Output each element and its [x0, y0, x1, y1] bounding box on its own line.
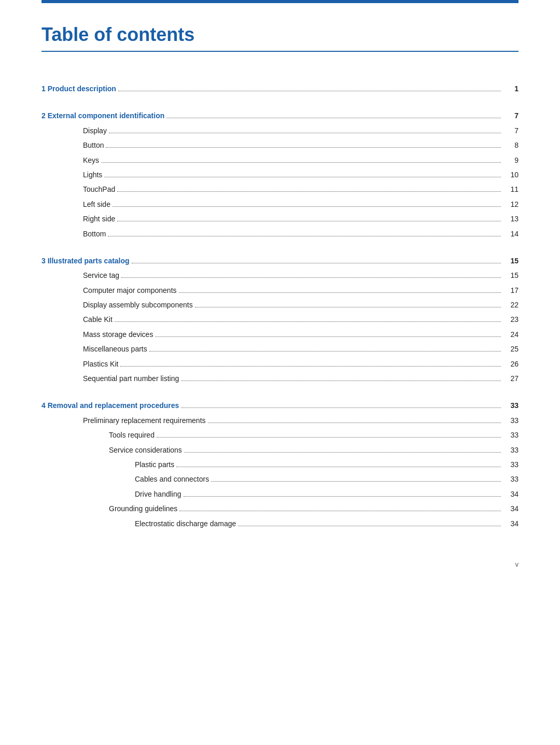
- toc-page-ch2-5: 11: [503, 184, 519, 195]
- toc-page-ch3-5: 24: [503, 329, 519, 340]
- toc-dots-ch3-2: [179, 292, 501, 293]
- toc-label-ch4-1: Preliminary replacement requirements: [83, 415, 206, 426]
- toc-label-ch1: 1 Product description: [41, 83, 116, 94]
- toc-dots-ch4-1-2: [184, 452, 501, 453]
- toc-page-ch2: 7: [503, 110, 519, 121]
- page-title: Table of contents: [41, 24, 519, 52]
- page-container: Table of contents 1 Product description …: [41, 3, 519, 579]
- toc-dots-ch2-1: [109, 133, 501, 133]
- toc-page-ch4-1-3-1: 34: [503, 518, 519, 529]
- toc-entry-ch4-1-2: Service considerations 33: [41, 444, 519, 456]
- toc-dots-ch3-1: [121, 277, 501, 278]
- toc-label-ch3-3: Display assembly subcomponents: [83, 299, 193, 311]
- toc-dots-ch2-7: [117, 221, 501, 221]
- toc-entry-ch3-7: Plastics Kit 26: [41, 358, 519, 370]
- toc-label-ch2-7: Right side: [83, 213, 115, 224]
- toc-dots-ch3-6: [149, 351, 501, 352]
- toc-entry-ch2-5: TouchPad 11: [41, 184, 519, 195]
- toc-label-ch3-1: Service tag: [83, 270, 119, 281]
- toc-label-ch3-4: Cable Kit: [83, 314, 113, 325]
- toc-label-ch4-1-2-3: Drive handling: [135, 488, 181, 500]
- toc-label-ch2-4: Lights: [83, 169, 102, 180]
- toc-label-ch3: 3 Illustrated parts catalog: [41, 255, 130, 266]
- toc-section-ch2: 2 External component identification 7 Di…: [41, 110, 519, 240]
- toc-label-ch2-2: Button: [83, 139, 104, 151]
- toc-entry-ch4-1: Preliminary replacement requirements 33: [41, 415, 519, 426]
- toc-label-ch2-6: Left side: [83, 199, 110, 210]
- toc-section-ch1: 1 Product description 1: [41, 83, 519, 94]
- toc-label-ch4-1-3-1: Electrostatic discharge damage: [135, 518, 236, 529]
- toc-section-ch4: 4 Removal and replacement procedures 33 …: [41, 400, 519, 529]
- toc-page-ch4-1-2-3: 34: [503, 488, 519, 500]
- toc-label-ch2-8: Bottom: [83, 228, 106, 240]
- toc-dots-ch3-4: [115, 321, 501, 322]
- toc-entry-ch4-1-3: Grounding guidelines 34: [41, 503, 519, 514]
- toc-content: 1 Product description 1 2 External compo…: [41, 83, 519, 529]
- toc-page-ch3-3: 22: [503, 299, 519, 311]
- toc-page-ch3-1: 15: [503, 270, 519, 281]
- toc-page-ch4-1: 33: [503, 415, 519, 426]
- toc-dots-ch2-5: [117, 191, 501, 192]
- toc-entry-ch1: 1 Product description 1: [41, 83, 519, 94]
- toc-entry-ch2: 2 External component identification 7: [41, 110, 519, 121]
- toc-dots-ch3-7: [120, 366, 501, 367]
- toc-dots-ch2-3: [101, 162, 501, 163]
- toc-label-ch3-6: Miscellaneous parts: [83, 343, 147, 355]
- toc-page-ch2-6: 12: [503, 199, 519, 210]
- toc-page-ch3: 15: [503, 255, 519, 266]
- toc-entry-ch3: 3 Illustrated parts catalog 15: [41, 255, 519, 266]
- toc-entry-ch3-1: Service tag 15: [41, 270, 519, 281]
- toc-section-ch3: 3 Illustrated parts catalog 15 Service t…: [41, 255, 519, 385]
- toc-entry-ch2-3: Keys 9: [41, 154, 519, 166]
- toc-page-ch2-3: 9: [503, 154, 519, 166]
- toc-label-ch4-1-1: Tools required: [109, 429, 155, 441]
- toc-label-ch2: 2 External component identification: [41, 110, 164, 121]
- toc-page-ch3-8: 27: [503, 373, 519, 384]
- toc-dots-ch4: [181, 407, 501, 408]
- toc-entry-ch4-1-1: Tools required 33: [41, 429, 519, 441]
- toc-label-ch4: 4 Removal and replacement procedures: [41, 400, 179, 411]
- toc-entry-ch3-8: Sequential part number listing 27: [41, 373, 519, 384]
- toc-label-ch3-7: Plastics Kit: [83, 358, 118, 370]
- toc-page-ch2-2: 8: [503, 139, 519, 151]
- toc-entry-ch3-4: Cable Kit 23: [41, 314, 519, 325]
- toc-page-ch2-1: 7: [503, 125, 519, 136]
- toc-label-ch2-5: TouchPad: [83, 184, 115, 195]
- toc-page-ch3-7: 26: [503, 358, 519, 370]
- toc-dots-ch2-6: [113, 206, 501, 207]
- toc-label-ch3-2: Computer major components: [83, 285, 177, 296]
- toc-entry-ch4-1-2-2: Cables and connectors 33: [41, 473, 519, 485]
- toc-page-ch3-2: 17: [503, 285, 519, 296]
- toc-dots-ch2-4: [104, 177, 501, 177]
- toc-dots-ch3-3: [195, 307, 501, 307]
- toc-entry-ch4-1-3-1: Electrostatic discharge damage 34: [41, 518, 519, 529]
- toc-dots-ch4-1-2-2: [211, 481, 501, 482]
- toc-label-ch4-1-2-2: Cables and connectors: [135, 473, 209, 485]
- toc-dots-ch2: [166, 118, 501, 118]
- toc-entry-ch4-1-2-3: Drive handling 34: [41, 488, 519, 500]
- toc-page-ch2-7: 13: [503, 213, 519, 224]
- toc-entry-ch3-5: Mass storage devices 24: [41, 329, 519, 340]
- toc-dots-ch4-1-3-1: [238, 526, 501, 526]
- toc-entry-ch2-7: Right side 13: [41, 213, 519, 224]
- toc-page-ch4-1-2-1: 33: [503, 459, 519, 470]
- toc-dots-ch2-2: [106, 147, 501, 148]
- toc-label-ch4-1-3: Grounding guidelines: [109, 503, 177, 514]
- toc-dots-ch4-1-2-3: [184, 496, 501, 497]
- toc-page-ch3-6: 25: [503, 343, 519, 355]
- toc-page-ch2-8: 14: [503, 228, 519, 240]
- toc-dots-ch3-5: [155, 336, 501, 337]
- toc-page-ch1: 1: [503, 83, 519, 94]
- toc-page-ch4-1-2-2: 33: [503, 473, 519, 485]
- toc-dots-ch3-8: [181, 381, 501, 381]
- toc-page-ch4-1-2: 33: [503, 444, 519, 456]
- toc-entry-ch4-1-2-1: Plastic parts 33: [41, 459, 519, 470]
- toc-label-ch4-1-2-1: Plastic parts: [135, 459, 174, 470]
- toc-label-ch3-5: Mass storage devices: [83, 329, 153, 340]
- toc-page-ch4-1-1: 33: [503, 429, 519, 441]
- toc-entry-ch4: 4 Removal and replacement procedures 33: [41, 400, 519, 411]
- toc-label-ch2-1: Display: [83, 125, 107, 136]
- toc-label-ch4-1-2: Service considerations: [109, 444, 182, 456]
- toc-dots-ch4-1-3: [179, 511, 501, 511]
- toc-entry-ch2-6: Left side 12: [41, 199, 519, 210]
